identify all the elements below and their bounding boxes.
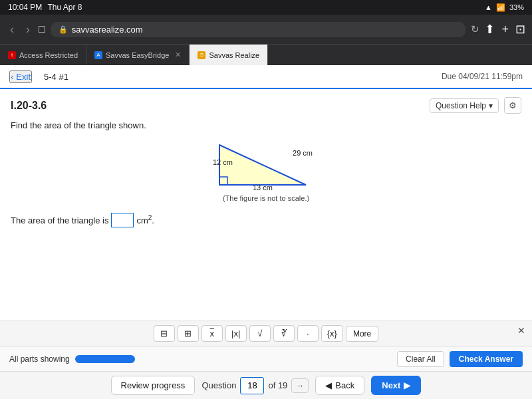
go-arrow-icon: → (296, 381, 304, 390)
answer-bar: All parts showing Clear All Check Answer (0, 346, 532, 371)
next-arrow-icon: ▶ (404, 380, 410, 390)
answer-bar-right: Clear All Check Answer (397, 351, 523, 367)
main-content-area: I.20-3.6 Question Help ▾ ⚙ Find the area… (0, 89, 532, 321)
back-arrow-icon: ◀ (325, 380, 332, 390)
status-right: ▲ 📶 33% (485, 3, 524, 12)
clear-all-label: Clear All (406, 354, 436, 364)
answer-prefix: The area of the triangle is (11, 215, 108, 225)
back-button[interactable]: ◀ Back (315, 376, 364, 395)
status-time: 10:04 PM (8, 3, 42, 12)
exit-arrow-icon: ‹ (11, 72, 13, 82)
piecewise-icon: {x} (327, 329, 337, 338)
next-label: Next (382, 380, 400, 390)
of-total-label: of 19 (268, 380, 287, 390)
divide-icon: ⊟ (160, 329, 168, 338)
question-id: I.20-3.6 (11, 100, 47, 112)
abs-btn[interactable]: |x| (225, 325, 247, 342)
clear-all-button[interactable]: Clear All (397, 351, 444, 367)
xbar-btn[interactable]: x (201, 325, 223, 342)
question-help-area: Question Help ▾ ⚙ (430, 97, 521, 114)
browser-chrome: ‹ › □ 🔒 savvasrealize.com ↻ ⬆ + ⊡ (0, 15, 532, 44)
due-date: Due 04/09/21 11:59pm (442, 72, 523, 81)
lock-icon: 🔒 (59, 25, 68, 34)
check-answer-button[interactable]: Check Answer (450, 351, 523, 367)
settings-button[interactable]: ⚙ (504, 97, 521, 114)
close-icon: ✕ (517, 325, 525, 336)
question-nav: Question of 19 → (201, 377, 309, 394)
forward-nav-button[interactable]: › (23, 21, 33, 38)
tab-label-1: Access Restricted (19, 51, 78, 59)
piecewise-btn[interactable]: {x} (321, 325, 343, 342)
more-button[interactable]: More (346, 326, 378, 342)
tab-label-2: Savvas EasyBridge (106, 51, 169, 59)
back-label: Back (335, 380, 354, 390)
tab-close-2[interactable]: ✕ (175, 51, 181, 59)
new-tab-button[interactable]: + (501, 23, 509, 37)
check-answer-label: Check Answer (459, 354, 513, 364)
go-button[interactable]: → (291, 378, 309, 393)
question-help-label: Question Help (436, 101, 486, 110)
tabs-button[interactable]: ⊡ (515, 22, 525, 37)
matrix-icon: ⊞ (184, 329, 192, 338)
cbrt-btn[interactable]: ∛ (273, 325, 295, 342)
diagram-note: (The figure is not to scale.) (223, 194, 309, 202)
abs-icon: |x| (231, 329, 240, 338)
bookmark-button[interactable]: □ (39, 23, 45, 35)
exit-label: Exit (16, 72, 31, 82)
assignment-id: 5-4 #1 (44, 72, 68, 82)
unit-label: cm (136, 216, 148, 226)
tabs-bar: t Access Restricted A Savvas EasyBridge … (0, 44, 532, 65)
review-progress-label: Review progress (121, 380, 186, 390)
parts-showing-label: All parts showing (9, 354, 70, 364)
dot-icon: · (307, 329, 309, 338)
question-header: I.20-3.6 Question Help ▾ ⚙ (11, 97, 521, 114)
review-progress-button[interactable]: Review progress (111, 376, 196, 395)
status-bar: 10:04 PM Thu Apr 8 ▲ 📶 33% (0, 0, 532, 15)
side3-label: 13 cm (253, 184, 273, 192)
tab-favicon-3: S (198, 51, 205, 59)
tab-favicon-1: t (8, 51, 16, 59)
chevron-down-icon: ▾ (489, 101, 493, 110)
signal-icon: 📶 (496, 3, 505, 12)
answer-line: The area of the triangle is cm2. (11, 213, 521, 227)
tab-savvas-realize[interactable]: S Savvas Realize (190, 45, 268, 65)
answer-period: . (152, 216, 154, 226)
wifi-icon: ▲ (485, 3, 492, 11)
dot-btn[interactable]: · (297, 325, 319, 342)
browser-actions: ⬆ + ⊡ (485, 22, 525, 37)
page-wrapper: 10:04 PM Thu Apr 8 ▲ 📶 33% ‹ › □ 🔒 savva… (0, 0, 532, 399)
sqrt-icon: √ (257, 329, 262, 338)
address-bar[interactable]: 🔒 savvasrealize.com (51, 22, 466, 37)
tab-label-3: Savvas Realize (209, 51, 259, 59)
answer-input[interactable] (111, 213, 134, 227)
sqrt-btn[interactable]: √ (249, 325, 271, 342)
reload-button[interactable]: ↻ (471, 23, 479, 35)
tab-access-restricted[interactable]: t Access Restricted (0, 45, 86, 65)
status-day: Thu Apr 8 (47, 3, 82, 12)
side1-label: 12 cm (213, 158, 233, 166)
share-button[interactable]: ⬆ (485, 22, 495, 37)
back-nav-button[interactable]: ‹ (7, 21, 17, 38)
triangle-diagram: 12 cm 29 cm 13 cm (213, 138, 319, 192)
answer-unit: cm2. (136, 214, 154, 225)
question-nav-label: Question (201, 380, 236, 390)
progress-pill (75, 355, 135, 363)
bottom-nav: Review progress Question of 19 → ◀ Back … (0, 371, 532, 399)
matrix-btn[interactable]: ⊞ (178, 325, 199, 342)
divide-btn[interactable]: ⊟ (154, 325, 175, 342)
tab-favicon-2: A (94, 51, 102, 59)
toolbar-close-button[interactable]: ✕ (517, 325, 525, 336)
battery-level: 33% (509, 3, 524, 11)
side2-label: 29 cm (293, 149, 313, 157)
status-left: 10:04 PM Thu Apr 8 (8, 3, 82, 12)
next-button[interactable]: Next ▶ (371, 376, 421, 395)
exit-button[interactable]: ‹ Exit (9, 70, 32, 83)
page-header: ‹ Exit 5-4 #1 Due 04/09/21 11:59pm (0, 65, 532, 89)
tab-easybridge[interactable]: A Savvas EasyBridge ✕ (86, 45, 190, 65)
question-number-input[interactable] (240, 377, 264, 394)
question-prompt: Find the area of the triangle shown. (11, 120, 521, 130)
question-help-button[interactable]: Question Help ▾ (430, 98, 499, 113)
more-label: More (353, 329, 371, 338)
cbrt-icon: ∛ (281, 329, 287, 338)
gear-icon: ⚙ (509, 100, 517, 110)
